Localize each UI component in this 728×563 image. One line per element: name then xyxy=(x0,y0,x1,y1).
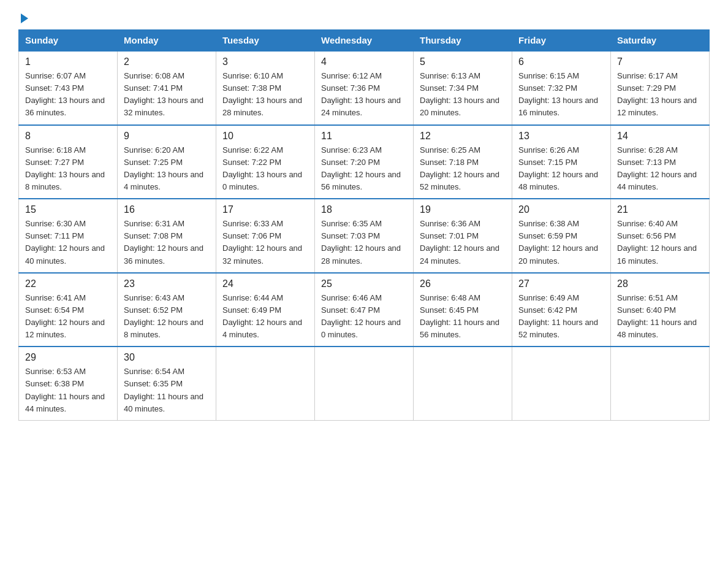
header-row: SundayMondayTuesdayWednesdayThursdayFrid… xyxy=(19,30,710,52)
day-info: Sunrise: 6:41 AM Sunset: 6:54 PM Dayligh… xyxy=(25,292,111,342)
day-number: 12 xyxy=(420,131,506,142)
calendar-cell: 13 Sunrise: 6:26 AM Sunset: 7:15 PM Dayl… xyxy=(512,125,611,199)
calendar-cell xyxy=(611,347,710,420)
calendar-cell: 8 Sunrise: 6:18 AM Sunset: 7:27 PM Dayli… xyxy=(19,125,118,199)
day-number: 6 xyxy=(518,56,604,67)
calendar-cell: 27 Sunrise: 6:49 AM Sunset: 6:42 PM Dayl… xyxy=(512,273,611,347)
day-number: 9 xyxy=(124,131,210,142)
day-info: Sunrise: 6:10 AM Sunset: 7:38 PM Dayligh… xyxy=(222,70,308,120)
day-number: 8 xyxy=(25,131,111,142)
calendar-cell: 16 Sunrise: 6:31 AM Sunset: 7:08 PM Dayl… xyxy=(118,199,216,273)
day-number: 17 xyxy=(222,204,308,215)
day-info: Sunrise: 6:40 AM Sunset: 6:56 PM Dayligh… xyxy=(617,218,703,267)
logo-arrow-icon xyxy=(21,13,28,23)
col-header-wednesday: Wednesday xyxy=(315,30,414,52)
day-number: 28 xyxy=(617,278,703,289)
day-info: Sunrise: 6:38 AM Sunset: 6:59 PM Dayligh… xyxy=(518,218,604,267)
week-row-2: 8 Sunrise: 6:18 AM Sunset: 7:27 PM Dayli… xyxy=(19,125,710,199)
calendar-cell: 30 Sunrise: 6:54 AM Sunset: 6:35 PM Dayl… xyxy=(118,347,216,420)
day-info: Sunrise: 6:30 AM Sunset: 7:11 PM Dayligh… xyxy=(25,218,111,267)
calendar-cell: 7 Sunrise: 6:17 AM Sunset: 7:29 PM Dayli… xyxy=(611,51,710,125)
calendar-cell: 2 Sunrise: 6:08 AM Sunset: 7:41 PM Dayli… xyxy=(118,51,216,125)
day-number: 25 xyxy=(321,278,407,289)
calendar-cell: 17 Sunrise: 6:33 AM Sunset: 7:06 PM Dayl… xyxy=(216,199,315,273)
day-number: 3 xyxy=(222,56,308,67)
calendar-cell: 12 Sunrise: 6:25 AM Sunset: 7:18 PM Dayl… xyxy=(414,125,512,199)
day-number: 26 xyxy=(420,278,506,289)
calendar-cell: 22 Sunrise: 6:41 AM Sunset: 6:54 PM Dayl… xyxy=(19,273,118,347)
day-number: 18 xyxy=(321,204,407,215)
day-info: Sunrise: 6:44 AM Sunset: 6:49 PM Dayligh… xyxy=(222,292,308,342)
week-row-1: 1 Sunrise: 6:07 AM Sunset: 7:43 PM Dayli… xyxy=(19,51,710,125)
calendar-cell: 29 Sunrise: 6:53 AM Sunset: 6:38 PM Dayl… xyxy=(19,347,118,420)
calendar-cell: 3 Sunrise: 6:10 AM Sunset: 7:38 PM Dayli… xyxy=(216,51,315,125)
day-info: Sunrise: 6:25 AM Sunset: 7:18 PM Dayligh… xyxy=(420,144,506,194)
day-number: 7 xyxy=(617,56,703,67)
day-info: Sunrise: 6:07 AM Sunset: 7:43 PM Dayligh… xyxy=(25,70,111,120)
day-info: Sunrise: 6:53 AM Sunset: 6:38 PM Dayligh… xyxy=(25,366,111,415)
calendar-table: SundayMondayTuesdayWednesdayThursdayFrid… xyxy=(18,29,710,421)
calendar-cell: 18 Sunrise: 6:35 AM Sunset: 7:03 PM Dayl… xyxy=(315,199,414,273)
calendar-cell: 10 Sunrise: 6:22 AM Sunset: 7:22 PM Dayl… xyxy=(216,125,315,199)
day-info: Sunrise: 6:51 AM Sunset: 6:40 PM Dayligh… xyxy=(617,292,703,342)
day-info: Sunrise: 6:15 AM Sunset: 7:32 PM Dayligh… xyxy=(518,70,604,120)
day-info: Sunrise: 6:46 AM Sunset: 6:47 PM Dayligh… xyxy=(321,292,407,342)
day-number: 30 xyxy=(124,352,210,363)
day-info: Sunrise: 6:12 AM Sunset: 7:36 PM Dayligh… xyxy=(321,70,407,120)
day-number: 21 xyxy=(617,204,703,215)
day-number: 16 xyxy=(124,204,210,215)
day-info: Sunrise: 6:08 AM Sunset: 7:41 PM Dayligh… xyxy=(124,70,210,120)
day-info: Sunrise: 6:17 AM Sunset: 7:29 PM Dayligh… xyxy=(617,70,703,120)
calendar-cell: 15 Sunrise: 6:30 AM Sunset: 7:11 PM Dayl… xyxy=(19,199,118,273)
day-info: Sunrise: 6:49 AM Sunset: 6:42 PM Dayligh… xyxy=(518,292,604,342)
week-row-3: 15 Sunrise: 6:30 AM Sunset: 7:11 PM Dayl… xyxy=(19,199,710,273)
calendar-cell: 11 Sunrise: 6:23 AM Sunset: 7:20 PM Dayl… xyxy=(315,125,414,199)
day-info: Sunrise: 6:43 AM Sunset: 6:52 PM Dayligh… xyxy=(124,292,210,342)
calendar-cell: 5 Sunrise: 6:13 AM Sunset: 7:34 PM Dayli… xyxy=(414,51,512,125)
day-number: 19 xyxy=(420,204,506,215)
day-number: 10 xyxy=(222,131,308,142)
day-info: Sunrise: 6:18 AM Sunset: 7:27 PM Dayligh… xyxy=(25,144,111,194)
calendar-cell: 26 Sunrise: 6:48 AM Sunset: 6:45 PM Dayl… xyxy=(414,273,512,347)
calendar-cell: 19 Sunrise: 6:36 AM Sunset: 7:01 PM Dayl… xyxy=(414,199,512,273)
col-header-tuesday: Tuesday xyxy=(216,30,315,52)
calendar-cell: 23 Sunrise: 6:43 AM Sunset: 6:52 PM Dayl… xyxy=(118,273,216,347)
page-header xyxy=(18,12,710,23)
week-row-4: 22 Sunrise: 6:41 AM Sunset: 6:54 PM Dayl… xyxy=(19,273,710,347)
calendar-cell xyxy=(315,347,414,420)
col-header-friday: Friday xyxy=(512,30,611,52)
day-number: 11 xyxy=(321,131,407,142)
day-number: 4 xyxy=(321,56,407,67)
week-row-5: 29 Sunrise: 6:53 AM Sunset: 6:38 PM Dayl… xyxy=(19,347,710,420)
calendar-cell: 25 Sunrise: 6:46 AM Sunset: 6:47 PM Dayl… xyxy=(315,273,414,347)
logo xyxy=(18,12,28,23)
calendar-cell xyxy=(414,347,512,420)
day-info: Sunrise: 6:33 AM Sunset: 7:06 PM Dayligh… xyxy=(222,218,308,267)
day-info: Sunrise: 6:48 AM Sunset: 6:45 PM Dayligh… xyxy=(420,292,506,342)
logo-blue-text xyxy=(18,12,28,23)
day-number: 27 xyxy=(518,278,604,289)
day-number: 24 xyxy=(222,278,308,289)
calendar-cell xyxy=(512,347,611,420)
calendar-cell: 9 Sunrise: 6:20 AM Sunset: 7:25 PM Dayli… xyxy=(118,125,216,199)
calendar-cell: 14 Sunrise: 6:28 AM Sunset: 7:13 PM Dayl… xyxy=(611,125,710,199)
day-info: Sunrise: 6:23 AM Sunset: 7:20 PM Dayligh… xyxy=(321,144,407,194)
col-header-monday: Monday xyxy=(118,30,216,52)
day-info: Sunrise: 6:20 AM Sunset: 7:25 PM Dayligh… xyxy=(124,144,210,194)
day-info: Sunrise: 6:54 AM Sunset: 6:35 PM Dayligh… xyxy=(124,366,210,415)
day-info: Sunrise: 6:13 AM Sunset: 7:34 PM Dayligh… xyxy=(420,70,506,120)
day-number: 5 xyxy=(420,56,506,67)
calendar-cell: 28 Sunrise: 6:51 AM Sunset: 6:40 PM Dayl… xyxy=(611,273,710,347)
day-info: Sunrise: 6:35 AM Sunset: 7:03 PM Dayligh… xyxy=(321,218,407,267)
col-header-saturday: Saturday xyxy=(611,30,710,52)
calendar-cell xyxy=(216,347,315,420)
calendar-cell: 1 Sunrise: 6:07 AM Sunset: 7:43 PM Dayli… xyxy=(19,51,118,125)
day-info: Sunrise: 6:22 AM Sunset: 7:22 PM Dayligh… xyxy=(222,144,308,194)
day-info: Sunrise: 6:36 AM Sunset: 7:01 PM Dayligh… xyxy=(420,218,506,267)
day-number: 14 xyxy=(617,131,703,142)
day-number: 20 xyxy=(518,204,604,215)
day-info: Sunrise: 6:28 AM Sunset: 7:13 PM Dayligh… xyxy=(617,144,703,194)
calendar-cell: 4 Sunrise: 6:12 AM Sunset: 7:36 PM Dayli… xyxy=(315,51,414,125)
col-header-sunday: Sunday xyxy=(19,30,118,52)
col-header-thursday: Thursday xyxy=(414,30,512,52)
